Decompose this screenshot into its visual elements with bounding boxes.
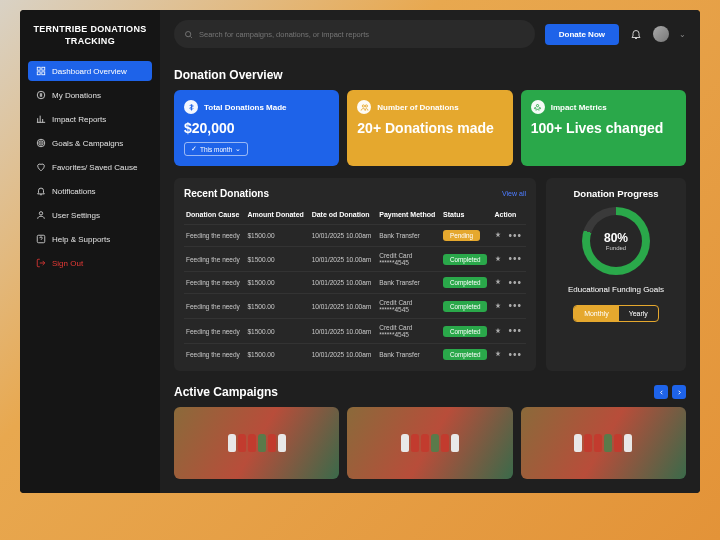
more-icon[interactable]: ••• bbox=[508, 326, 522, 336]
table-row: Feeding the needy$1500.0010/01/2025 10.0… bbox=[184, 247, 526, 272]
campaign-card[interactable] bbox=[521, 407, 686, 479]
main: Donate Now ⌄ Donation Overview Total Don… bbox=[160, 10, 700, 493]
nav-signout[interactable]: Sign Out bbox=[28, 253, 152, 273]
view-all-link[interactable]: View all bbox=[502, 190, 526, 197]
user-icon bbox=[36, 210, 46, 220]
cell-method: Bank Transfer bbox=[377, 344, 441, 366]
campaign-card[interactable] bbox=[347, 407, 512, 479]
status-badge: Completed bbox=[443, 277, 487, 288]
dollar-icon bbox=[184, 100, 198, 114]
table-row: Feeding the needy$1500.0010/01/2025 10.0… bbox=[184, 319, 526, 344]
status-badge: Completed bbox=[443, 349, 487, 360]
more-icon[interactable]: ••• bbox=[508, 254, 522, 264]
search-box[interactable] bbox=[174, 20, 535, 48]
campaign-card[interactable] bbox=[174, 407, 339, 479]
svg-point-10 bbox=[186, 32, 191, 37]
stat-value: 100+ Lives changed bbox=[531, 120, 676, 136]
nav-label: Favorites/ Saved Cause bbox=[52, 163, 137, 172]
donations-icon bbox=[36, 90, 46, 100]
nav-label: User Settings bbox=[52, 211, 100, 220]
nav-label: Sign Out bbox=[52, 259, 83, 268]
pin-icon[interactable] bbox=[494, 278, 502, 287]
nav-goals[interactable]: Goals & Campaigns bbox=[28, 133, 152, 153]
cell-amount: $1500.00 bbox=[245, 272, 309, 294]
pin-icon[interactable] bbox=[494, 302, 502, 311]
bell-icon bbox=[36, 186, 46, 196]
cell-date: 10/01/2025 10.00am bbox=[310, 294, 378, 319]
target-icon bbox=[36, 138, 46, 148]
brand-title: TERNTRIBE DONATIONS TRACKING bbox=[28, 24, 152, 61]
cell-cause: Feeding the needy bbox=[184, 225, 245, 247]
more-icon[interactable]: ••• bbox=[508, 278, 522, 288]
nav-my-donations[interactable]: My Donations bbox=[28, 85, 152, 105]
nav-help[interactable]: Help & Supports bbox=[28, 229, 152, 249]
chevron-down-icon[interactable]: ⌄ bbox=[679, 30, 686, 39]
cell-amount: $1500.00 bbox=[245, 247, 309, 272]
stat-donation-count: Number of Donations 20+ Donations made bbox=[347, 90, 512, 166]
table-row: Feeding the needy$1500.0010/01/2025 10.0… bbox=[184, 294, 526, 319]
cell-method: Bank Transfer bbox=[377, 272, 441, 294]
cell-method: Credit Card******4545 bbox=[377, 319, 441, 344]
period-pill[interactable]: ✓This month⌄ bbox=[184, 142, 248, 156]
svg-rect-0 bbox=[37, 68, 40, 71]
avatar[interactable] bbox=[653, 26, 669, 42]
chart-icon bbox=[36, 114, 46, 124]
cell-cause: Feeding the needy bbox=[184, 272, 245, 294]
pin-icon[interactable] bbox=[494, 327, 502, 336]
cell-method: Bank Transfer bbox=[377, 225, 441, 247]
pin-icon[interactable] bbox=[494, 231, 502, 240]
table-row: Feeding the needy$1500.0010/01/2025 10.0… bbox=[184, 225, 526, 247]
more-icon[interactable]: ••• bbox=[508, 231, 522, 241]
cell-cause: Feeding the needy bbox=[184, 319, 245, 344]
search-icon bbox=[184, 25, 193, 43]
more-icon[interactable]: ••• bbox=[508, 350, 522, 360]
svg-point-12 bbox=[365, 104, 367, 106]
stats-row: Total Donations Made $20,000 ✓This month… bbox=[174, 90, 686, 166]
svg-rect-3 bbox=[42, 72, 45, 75]
status-badge: Completed bbox=[443, 326, 487, 337]
content: Donation Overview Total Donations Made $… bbox=[160, 58, 700, 493]
cell-date: 10/01/2025 10.00am bbox=[310, 344, 378, 366]
col-cause: Donation Cause bbox=[184, 207, 245, 225]
svg-point-14 bbox=[535, 107, 537, 109]
toggle-monthly[interactable]: Monthly bbox=[574, 306, 619, 321]
nav-label: Dashboard Overview bbox=[52, 67, 127, 76]
campaigns-prev-button[interactable] bbox=[654, 385, 668, 399]
stat-value: 20+ Donations made bbox=[357, 120, 502, 136]
nav-label: My Donations bbox=[52, 91, 101, 100]
people-icon bbox=[357, 100, 371, 114]
nav-label: Help & Supports bbox=[52, 235, 110, 244]
toggle-yearly[interactable]: Yearly bbox=[619, 306, 658, 321]
stat-label: Total Donations Made bbox=[204, 103, 287, 112]
nav-settings[interactable]: User Settings bbox=[28, 205, 152, 225]
table-row: Feeding the needy$1500.0010/01/2025 10.0… bbox=[184, 344, 526, 366]
svg-rect-1 bbox=[42, 68, 45, 71]
notifications-button[interactable] bbox=[629, 27, 643, 41]
cell-amount: $1500.00 bbox=[245, 319, 309, 344]
col-date: Date od Donation bbox=[310, 207, 378, 225]
pin-icon[interactable] bbox=[494, 255, 502, 264]
search-input[interactable] bbox=[199, 30, 525, 39]
campaigns-next-button[interactable] bbox=[672, 385, 686, 399]
nav-notifications[interactable]: Notifications bbox=[28, 181, 152, 201]
status-badge: Completed bbox=[443, 254, 487, 265]
signout-icon bbox=[36, 258, 46, 268]
pin-icon[interactable] bbox=[494, 350, 502, 359]
nav-impact[interactable]: Impact Reports bbox=[28, 109, 152, 129]
recent-table: Donation Cause Amount Donated Date od Do… bbox=[184, 207, 526, 365]
cell-amount: $1500.00 bbox=[245, 294, 309, 319]
stat-label: Impact Metrics bbox=[551, 103, 607, 112]
stat-label: Number of Donations bbox=[377, 103, 458, 112]
heart-icon bbox=[36, 162, 46, 172]
more-icon[interactable]: ••• bbox=[508, 301, 522, 311]
nav: Dashboard Overview My Donations Impact R… bbox=[28, 61, 152, 273]
progress-ring: 80% Funded bbox=[582, 207, 650, 275]
col-method: Payment Method bbox=[377, 207, 441, 225]
campaigns-row bbox=[174, 407, 686, 479]
donate-now-button[interactable]: Donate Now bbox=[545, 24, 619, 45]
svg-point-7 bbox=[41, 143, 42, 144]
nav-dashboard[interactable]: Dashboard Overview bbox=[28, 61, 152, 81]
cell-date: 10/01/2025 10.00am bbox=[310, 272, 378, 294]
topbar: Donate Now ⌄ bbox=[160, 10, 700, 58]
nav-favorites[interactable]: Favorites/ Saved Cause bbox=[28, 157, 152, 177]
